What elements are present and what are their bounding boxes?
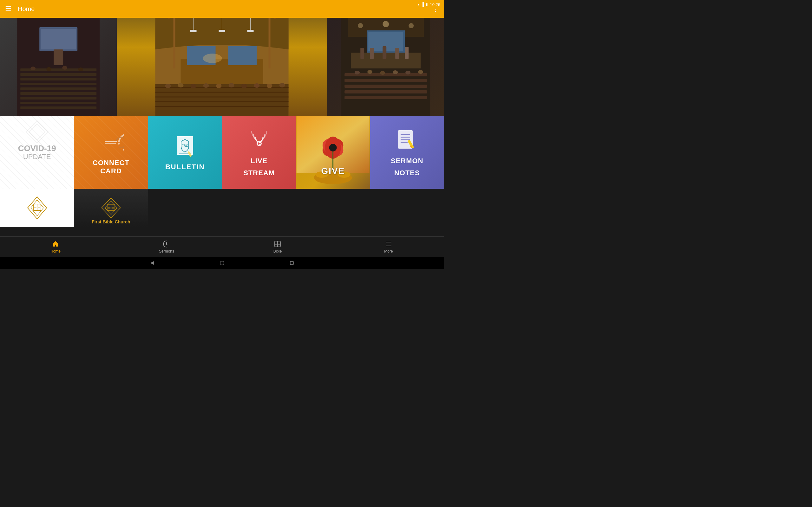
svg-point-35 [178, 83, 184, 88]
svg-rect-7 [20, 83, 96, 85]
svg-point-38 [216, 83, 222, 88]
svg-rect-3 [54, 49, 63, 65]
connect-card-tile[interactable]: CONNECT CARD [74, 116, 148, 189]
android-home-icon [219, 261, 224, 266]
hero-left-graphic [0, 18, 117, 116]
more-nav-icon [385, 240, 392, 248]
nav-item-home[interactable]: Home [43, 240, 68, 253]
live-stream-label2: STREAM [243, 169, 275, 177]
bottom-nav: Home Sermons Bible More [0, 236, 444, 257]
svg-rect-59 [345, 84, 427, 88]
svg-rect-56 [405, 47, 409, 59]
bible-nav-label: Bible [273, 249, 282, 253]
svg-rect-10 [20, 97, 96, 100]
give-tile[interactable]: GIVE [296, 116, 370, 189]
svg-rect-8 [20, 88, 96, 90]
svg-point-83 [329, 144, 337, 152]
bulletin-label: BULLETIN [165, 163, 205, 171]
svg-point-66 [405, 71, 410, 74]
svg-marker-123 [150, 261, 154, 265]
fbc-logo-gold-icon [98, 197, 124, 219]
time-display: 10:26 [430, 2, 440, 7]
svg-rect-2 [41, 29, 76, 49]
sermons-nav-label: Sermons [159, 249, 174, 253]
svg-point-67 [418, 70, 423, 74]
svg-rect-52 [360, 48, 364, 59]
more-nav-label: More [384, 249, 393, 253]
svg-point-27 [203, 54, 222, 63]
hero-right-graphic [327, 18, 444, 116]
connect-card-label1: CONNECT [93, 159, 130, 167]
fbc-church-name: First Bible Church [74, 219, 148, 224]
home-button[interactable] [219, 260, 225, 266]
back-icon [150, 261, 155, 266]
status-bar: ▾ ▐ ▮ 10:26 [380, 0, 444, 9]
nav-item-more[interactable]: More [376, 240, 401, 253]
fbc-logo-gold-tile[interactable]: First Bible Church [74, 189, 148, 227]
svg-point-48 [409, 23, 414, 28]
fbc-logo-white-tile[interactable] [0, 189, 74, 227]
sermon-notes-tile[interactable]: SERMON NOTES [370, 116, 444, 189]
hero-panel-center [117, 18, 327, 116]
nav-item-bible[interactable]: Bible [265, 240, 290, 253]
svg-rect-28 [155, 84, 289, 116]
nav-item-sermons[interactable]: Sermons [154, 240, 179, 253]
connect-card-icon [98, 130, 124, 155]
give-bg-image [296, 116, 370, 189]
sermon-notes-label1: SERMON [391, 157, 423, 165]
live-stream-tile[interactable]: LIVE STREAM [222, 116, 296, 189]
hero-panel-right [327, 18, 444, 116]
bulletin-tile[interactable]: FBC BULLETIN [148, 116, 222, 189]
sermon-notes-label2: NOTES [394, 169, 420, 177]
recents-icon [289, 261, 294, 266]
svg-point-46 [358, 23, 363, 28]
hero-center-graphic [117, 18, 327, 116]
svg-rect-21 [219, 30, 225, 32]
android-nav-bar [0, 257, 444, 269]
recents-button[interactable] [289, 260, 295, 266]
give-label: GIVE [321, 166, 345, 176]
svg-point-41 [254, 83, 260, 88]
svg-point-16 [78, 67, 83, 71]
svg-point-15 [62, 66, 67, 70]
svg-point-43 [280, 83, 285, 88]
tile-grid: COVID-19 UPDATE CONNECT CARD FBC [0, 116, 444, 227]
svg-point-36 [191, 84, 196, 89]
battery-icon: ▮ [426, 2, 428, 7]
bible-nav-icon [274, 240, 281, 248]
svg-point-63 [367, 70, 372, 74]
home-nav-icon [52, 240, 59, 248]
hamburger-menu-icon[interactable]: ☰ [5, 5, 11, 13]
svg-point-47 [383, 21, 389, 27]
svg-point-40 [241, 84, 247, 89]
svg-rect-54 [383, 46, 386, 59]
svg-point-14 [46, 67, 51, 71]
svg-rect-58 [345, 79, 427, 82]
svg-point-37 [203, 83, 209, 88]
fbc-logo-white-icon [24, 195, 50, 221]
svg-rect-9 [20, 92, 96, 95]
svg-point-42 [267, 83, 272, 88]
svg-rect-23 [247, 30, 254, 32]
app-bar: ☰ Home ⋮ [0, 0, 444, 18]
covid-tile[interactable]: COVID-19 UPDATE [0, 116, 74, 189]
svg-text:FBC: FBC [182, 144, 189, 148]
svg-point-34 [165, 83, 171, 88]
home-nav-label: Home [50, 249, 61, 253]
covid-logo-bg [24, 119, 50, 145]
sermon-notes-icon [394, 128, 420, 153]
svg-rect-53 [370, 48, 374, 59]
hero-banner [0, 18, 444, 116]
svg-rect-5 [20, 73, 96, 76]
app-title: Home [18, 5, 432, 13]
svg-point-124 [220, 261, 224, 265]
live-stream-icon [247, 128, 272, 153]
svg-rect-55 [395, 48, 399, 59]
back-button[interactable] [149, 260, 155, 266]
svg-rect-61 [345, 96, 427, 99]
svg-point-65 [393, 70, 398, 74]
sermons-nav-icon [163, 240, 170, 248]
empty-tile [148, 189, 444, 227]
svg-rect-26 [229, 46, 257, 65]
svg-rect-125 [290, 262, 293, 265]
